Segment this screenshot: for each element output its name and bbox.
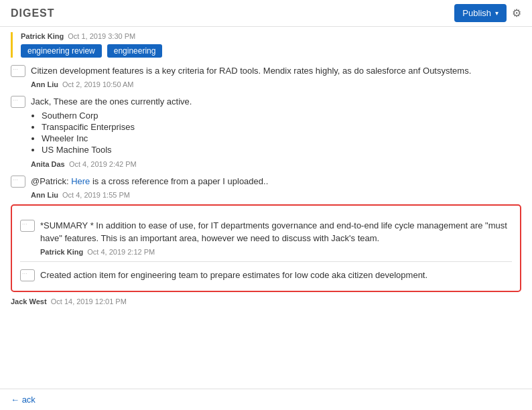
comment-row-4: *SUMMARY * In addition to ease of use, f…	[20, 219, 512, 245]
comment-list-2: Southern Corp Transpacific Enterprises W…	[42, 111, 192, 155]
comment-meta-1: Ann Liu Oct 2, 2019 10:50 AM	[31, 80, 521, 88]
list-item: Southern Corp	[42, 111, 192, 121]
comment-date-2: Oct 4, 2019 2:42 PM	[69, 160, 137, 168]
footer-nav: ← ack	[0, 389, 532, 410]
comment-prefix-3: @Patrick:	[31, 176, 71, 186]
comment-author-5: Jack West	[11, 297, 47, 305]
comment-icon-1	[11, 65, 25, 77]
comment-author-3: Ann Liu	[31, 191, 58, 199]
list-item: US Machine Tools	[42, 145, 192, 155]
tag-engineering-review[interactable]: engineering review	[21, 44, 102, 58]
comment-icon-3	[11, 176, 25, 188]
comment-icon-5	[20, 269, 35, 281]
entry-block: Patrick King Oct 1, 2019 3:30 PM enginee…	[11, 32, 521, 58]
list-item: Wheeler Inc	[42, 133, 192, 143]
entry-author-name: Patrick King	[21, 32, 64, 40]
app-header: DIGEST Publish ▾ ⚙	[0, 0, 532, 27]
comment-suffix-3: is a cross reference from a paper I uplo…	[90, 176, 268, 186]
publish-label: Publish	[462, 8, 491, 18]
footer-back-link[interactable]: ← ack	[11, 395, 36, 405]
comment-text-5: Created action item for engineering team…	[40, 269, 427, 282]
comment-author-1: Ann Liu	[31, 80, 58, 88]
comment-link-3[interactable]: Here	[71, 176, 90, 186]
comment-meta-5: Jack West Oct 14, 2019 12:01 PM	[11, 297, 521, 305]
app-title: DIGEST	[11, 7, 55, 19]
comment-row-3: @Patrick: Here is a cross reference from…	[11, 175, 521, 188]
header-actions: Publish ▾ ⚙	[454, 4, 521, 22]
comment-author-2: Anita Das	[31, 160, 65, 168]
tag-list: engineering review engineering	[21, 44, 521, 58]
comment-row-1: Citizen development features is a key cr…	[11, 64, 521, 78]
comment-icon-2	[11, 96, 25, 108]
comment-meta-4: Patrick King Oct 4, 2019 2:12 PM	[40, 248, 512, 256]
divider	[20, 261, 512, 262]
publish-button[interactable]: Publish ▾	[454, 4, 507, 22]
main-content: Patrick King Oct 1, 2019 3:30 PM enginee…	[0, 27, 532, 320]
entry-author-meta: Patrick King Oct 1, 2019 3:30 PM	[21, 32, 521, 40]
comment-date-1: Oct 2, 2019 10:50 AM	[62, 80, 133, 88]
comment-meta-3: Ann Liu Oct 4, 2019 1:55 PM	[31, 191, 521, 199]
comment-author-4: Patrick King	[40, 248, 83, 256]
entry-date: Oct 1, 2019 3:30 PM	[66, 32, 135, 40]
list-item: Transpacific Enterprises	[42, 122, 192, 132]
tag-engineering[interactable]: engineering	[107, 44, 163, 58]
comment-text-3: @Patrick: Here is a cross reference from…	[31, 175, 268, 188]
comment-text-4: *SUMMARY * In addition to ease of use, f…	[40, 219, 512, 245]
comment-row-5: Created action item for engineering team…	[20, 269, 512, 282]
comment-text-1: Citizen development features is a key cr…	[31, 64, 471, 78]
comment-date-3: Oct 4, 2019 1:55 PM	[62, 191, 130, 199]
comment-date-5: Oct 14, 2019 12:01 PM	[51, 297, 127, 305]
publish-chevron: ▾	[495, 9, 498, 17]
comment-text-2: Jack, These are the ones currently activ…	[31, 96, 192, 107]
comment-row-2: Jack, These are the ones currently activ…	[11, 95, 521, 158]
comment-meta-2: Anita Das Oct 4, 2019 2:42 PM	[31, 160, 521, 168]
settings-icon[interactable]: ⚙	[512, 7, 521, 19]
comment-date-4: Oct 4, 2019 2:12 PM	[87, 248, 155, 256]
highlight-box: *SUMMARY * In addition to ease of use, f…	[11, 204, 521, 293]
comment-icon-4	[20, 220, 35, 232]
